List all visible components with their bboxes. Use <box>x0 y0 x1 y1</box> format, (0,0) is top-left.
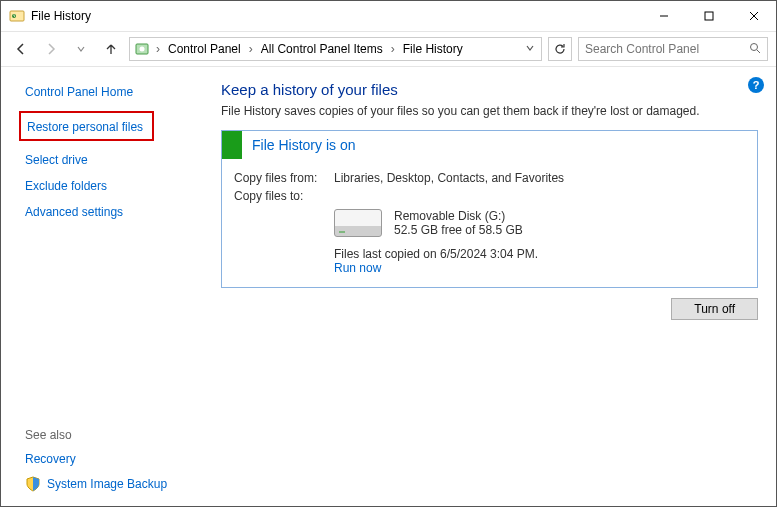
search-input[interactable] <box>585 42 749 56</box>
search-icon[interactable] <box>749 40 761 58</box>
breadcrumb-all-items[interactable]: All Control Panel Items <box>257 42 387 56</box>
titlebar: File History <box>1 1 776 31</box>
chevron-right-icon: › <box>154 42 162 56</box>
svg-point-7 <box>140 47 145 52</box>
last-copied-text: Files last copied on 6/5/2024 3:04 PM. <box>334 247 745 261</box>
window-title: File History <box>31 9 641 23</box>
up-button[interactable] <box>99 37 123 61</box>
status-header: File History is on <box>222 131 757 159</box>
sidebar-system-image-backup[interactable]: System Image Backup <box>47 477 167 491</box>
svg-rect-3 <box>705 12 713 20</box>
drive-name: Removable Disk (G:) <box>394 209 523 223</box>
status-panel: File History is on Copy files from: Libr… <box>221 130 758 288</box>
see-also-section: See also Recovery System Image Backup <box>25 428 167 492</box>
recent-dropdown[interactable] <box>69 37 93 61</box>
forward-button[interactable] <box>39 37 63 61</box>
sidebar-control-panel-home[interactable]: Control Panel Home <box>25 85 201 99</box>
help-icon[interactable]: ? <box>748 77 764 93</box>
turn-off-button[interactable]: Turn off <box>671 298 758 320</box>
copy-to-label: Copy files to: <box>234 189 334 203</box>
run-now-link[interactable]: Run now <box>334 261 745 275</box>
location-icon <box>134 41 150 57</box>
close-button[interactable] <box>731 1 776 31</box>
svg-point-8 <box>751 44 758 51</box>
refresh-button[interactable] <box>548 37 572 61</box>
address-dropdown[interactable] <box>521 42 539 56</box>
maximize-button[interactable] <box>686 1 731 31</box>
sidebar-restore-personal-files[interactable]: Restore personal files <box>27 120 143 134</box>
search-box[interactable] <box>578 37 768 61</box>
back-button[interactable] <box>9 37 33 61</box>
copy-from-value: Libraries, Desktop, Contacts, and Favori… <box>334 171 564 185</box>
see-also-header: See also <box>25 428 167 442</box>
highlight-box: Restore personal files <box>19 111 154 141</box>
navbar: › Control Panel › All Control Panel Item… <box>1 31 776 67</box>
breadcrumb-control-panel[interactable]: Control Panel <box>164 42 245 56</box>
copy-from-label: Copy files from: <box>234 171 334 185</box>
shield-icon <box>25 476 41 492</box>
sidebar: Control Panel Home Restore personal file… <box>1 67 211 506</box>
drive-free-space: 52.5 GB free of 58.5 GB <box>394 223 523 237</box>
address-bar[interactable]: › Control Panel › All Control Panel Item… <box>129 37 542 61</box>
breadcrumb-file-history[interactable]: File History <box>399 42 467 56</box>
app-icon <box>9 8 25 24</box>
sidebar-exclude-folders[interactable]: Exclude folders <box>25 179 201 193</box>
svg-line-9 <box>757 50 760 53</box>
page-title: Keep a history of your files <box>221 81 758 98</box>
sidebar-recovery[interactable]: Recovery <box>25 452 167 466</box>
main-content: ? Keep a history of your files File Hist… <box>211 67 776 506</box>
chevron-right-icon: › <box>247 42 255 56</box>
minimize-button[interactable] <box>641 1 686 31</box>
sidebar-select-drive[interactable]: Select drive <box>25 153 201 167</box>
status-indicator <box>222 131 242 159</box>
sidebar-advanced-settings[interactable]: Advanced settings <box>25 205 201 219</box>
page-subtitle: File History saves copies of your files … <box>221 104 758 118</box>
chevron-right-icon: › <box>389 42 397 56</box>
drive-icon <box>334 209 382 237</box>
status-title: File History is on <box>242 137 355 153</box>
